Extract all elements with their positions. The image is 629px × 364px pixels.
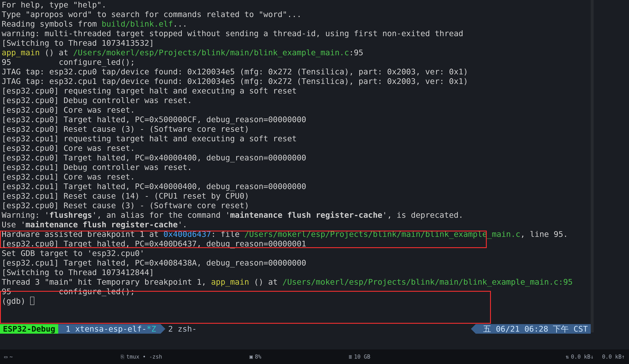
command-name: maintenance flush register-cache bbox=[230, 210, 382, 220]
file-path: /Users/mokerl/esp/Projects/blink/main/bl… bbox=[283, 277, 573, 286]
os-process-section[interactable]: ⎘ tmux • -zsh bbox=[117, 350, 166, 364]
openocd-line: [esp32.cpu0] Target halted, PC=0x4000040… bbox=[2, 153, 591, 163]
command-name: maintenance flush register-cache bbox=[25, 220, 178, 229]
text: Use ' bbox=[2, 220, 25, 229]
openocd-line: [esp32.cpu0] Reset cause (3) - (Software… bbox=[2, 124, 591, 134]
os-process-text: tmux • -zsh bbox=[126, 352, 162, 362]
openocd-line: [esp32.cpu1] Target halted, PC=0x4008438… bbox=[2, 258, 591, 268]
gdb-help-line: For help, type "help". bbox=[2, 0, 591, 9]
memory-icon: ≣ bbox=[349, 352, 352, 362]
gdb-source-line: 95 configure_led(); bbox=[2, 57, 591, 67]
os-path-text: ~ bbox=[9, 352, 13, 362]
command-name: flushregs bbox=[49, 210, 92, 220]
openocd-line: [esp32.cpu1] Reset cause (14) - (CPU1 re… bbox=[2, 191, 591, 201]
gdb-source-line: 95 configure_led(); bbox=[2, 287, 591, 296]
os-mem-text: 10 GB bbox=[354, 352, 370, 362]
gdb-deprecation-warning: Warning: 'flushregs', an alias for the c… bbox=[2, 210, 591, 220]
os-net-down: 0.0 kB↓ bbox=[571, 352, 594, 362]
os-net-section[interactable]: ⇅ 0.0 kB↓ bbox=[561, 350, 598, 364]
file-path: /Users/mokerl/esp/Projects/blink/main/bl… bbox=[73, 48, 349, 57]
tmux-clock: 五 06/21 06:28 下午 CST bbox=[476, 324, 591, 334]
openocd-line: [esp32.cpu0] Target halted, PC=0x400D643… bbox=[2, 239, 591, 249]
gdb-warning: warning: multi-threaded target stopped w… bbox=[2, 29, 591, 38]
openocd-line: [esp32.cpu0] Debug controller was reset. bbox=[2, 95, 591, 105]
text: () at bbox=[249, 277, 283, 286]
openocd-line: [esp32.cpu0] Reset cause (3) - (Software… bbox=[2, 201, 591, 210]
gdb-current-frame: app_main () at /Users/mokerl/esp/Project… bbox=[2, 48, 591, 57]
line-no: :95 bbox=[349, 48, 363, 57]
file-path: build/blink.elf bbox=[102, 19, 173, 28]
gdb-help-line: Type "apropos word" to search for comman… bbox=[2, 9, 591, 19]
terminal-output[interactable]: For help, type "help". Type "apropos wor… bbox=[0, 0, 591, 326]
cursor bbox=[30, 297, 34, 305]
openocd-line: [esp32.cpu0] Core was reset. bbox=[2, 143, 591, 153]
openocd-line: [esp32.cpu1] Core was reset. bbox=[2, 172, 591, 182]
text: Hardware assisted breakpoint 1 at bbox=[2, 230, 163, 239]
tmux-spacer bbox=[201, 324, 476, 334]
gdb-prompt[interactable]: (gdb) bbox=[2, 296, 591, 306]
openocd-line: [esp32.cpu1] Target halted, PC=0x4000040… bbox=[2, 182, 591, 191]
os-net-up-section[interactable]: 0.0 kB↑ bbox=[598, 350, 629, 364]
tmux-session-name[interactable]: ESP32-Debug bbox=[0, 324, 58, 334]
text: Reading symbols from bbox=[2, 19, 102, 28]
prompt-text: (gdb) bbox=[2, 296, 30, 306]
text: ... bbox=[173, 19, 187, 28]
gdb-target-set: Set GDB target to 'esp32.cpu0' bbox=[2, 249, 591, 258]
openocd-line: [esp32.cpu0] Target halted, PC=0x500000C… bbox=[2, 115, 591, 124]
openocd-line: [esp32.cpu0] Core was reset. bbox=[2, 105, 591, 115]
os-cpu-section[interactable]: ▣ 8% bbox=[245, 350, 266, 364]
text: ', an alias for the command ' bbox=[92, 210, 230, 220]
text: Thread 3 "main" hit Temporary breakpoint… bbox=[2, 277, 211, 286]
text: ', is deprecated. bbox=[382, 210, 463, 220]
text: Warning: ' bbox=[2, 210, 49, 220]
gdb-breakpoint-hit: Thread 3 "main" hit Temporary breakpoint… bbox=[2, 277, 591, 287]
openocd-line: [esp32.cpu0] requesting target halt and … bbox=[2, 86, 591, 95]
address: 0x400d6437 bbox=[163, 230, 211, 239]
tmux-icon: ⎘ bbox=[121, 352, 124, 362]
os-status-bar: ▭ ~ ⎘ tmux • -zsh ▣ 8% ≣ 10 GB ⇅ 0.0 kB↓… bbox=[0, 350, 629, 364]
os-mem-section[interactable]: ≣ 10 GB bbox=[344, 350, 374, 364]
tmux-window-inactive[interactable]: 2 zsh- bbox=[160, 324, 201, 334]
text: () at bbox=[40, 48, 73, 57]
folder-icon: ▭ bbox=[4, 352, 7, 362]
gdb-thread-switch: [Switching to Thread 1073413532] bbox=[2, 38, 591, 48]
tmux-window-index: 1 bbox=[66, 324, 70, 334]
text: '. bbox=[178, 220, 187, 229]
tmux-window-active[interactable]: 1 xtensa-esp-elf-*Z bbox=[58, 324, 161, 334]
tmux-window-name: zsh bbox=[178, 324, 192, 334]
openocd-line: [esp32.cpu1] Debug controller was reset. bbox=[2, 163, 591, 172]
function-name: app_main bbox=[211, 277, 249, 286]
openocd-line: [esp32.cpu1] requesting target halt and … bbox=[2, 134, 591, 143]
tmux-window-flag: - bbox=[192, 324, 197, 334]
gdb-deprecation-hint: Use 'maintenance flush register-cache'. bbox=[2, 220, 591, 229]
gdb-read-symbols: Reading symbols from build/blink.elf... bbox=[2, 19, 591, 29]
os-cpu-text: 8% bbox=[255, 352, 261, 362]
scrollbar-track[interactable] bbox=[591, 0, 594, 332]
file-path: /Users/mokerl/esp/Projects/blink/main/bl… bbox=[244, 230, 520, 239]
gdb-breakpoint-set: Hardware assisted breakpoint 1 at 0x400d… bbox=[2, 229, 591, 239]
os-net-up: 0.0 kB↑ bbox=[602, 352, 625, 362]
os-path-section[interactable]: ▭ ~ bbox=[0, 350, 17, 364]
tmux-window-index: 2 bbox=[168, 324, 173, 334]
cpu-icon: ▣ bbox=[250, 352, 253, 362]
jtag-line: JTAG tap: esp32.cpu1 tap/device found: 0… bbox=[2, 77, 591, 86]
tmux-status-bar: ESP32-Debug 1 xtensa-esp-elf-*Z 2 zsh- 五… bbox=[0, 324, 591, 334]
text: , line 95. bbox=[520, 230, 568, 239]
text: : file bbox=[211, 230, 244, 239]
jtag-line: JTAG tap: esp32.cpu0 tap/device found: 0… bbox=[2, 67, 591, 77]
function-name: app_main bbox=[2, 48, 40, 57]
tmux-window-flag: *Z bbox=[147, 324, 156, 334]
gdb-thread-switch: [Switching to Thread 1073412844] bbox=[2, 268, 591, 277]
network-icon: ⇅ bbox=[566, 352, 569, 362]
tmux-window-name: xtensa-esp-elf- bbox=[75, 324, 147, 334]
